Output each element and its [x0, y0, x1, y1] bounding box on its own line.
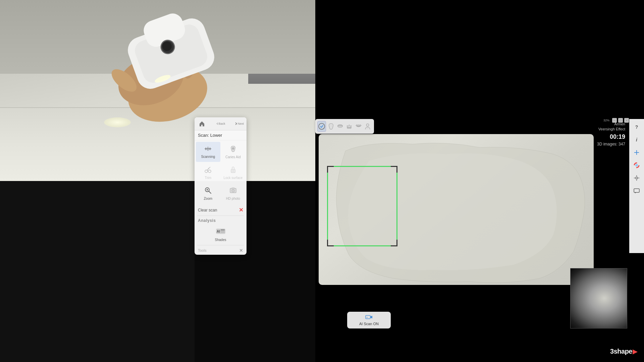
- tool-lock-surface: Lock surface: [221, 163, 246, 183]
- logo-text: 3shape: [610, 348, 632, 355]
- tool-grid: Scanning Caries Aid Trim: [195, 140, 247, 205]
- tools-row: Tools ✕: [195, 246, 247, 255]
- tool-zoom[interactable]: Zoom: [196, 183, 220, 203]
- hd-photo-label: HD photo: [226, 197, 240, 200]
- tools-label: Tools: [198, 248, 207, 252]
- right-sidebar: ? i: [629, 119, 644, 253]
- logo-arrow: ▶: [633, 348, 637, 355]
- back-button[interactable]: Back: [216, 119, 225, 128]
- svg-rect-49: [221, 231, 225, 233]
- shades-label: Shades: [215, 238, 226, 242]
- top-toolbar: [315, 119, 374, 134]
- hd-photo-icon: [229, 187, 237, 195]
- scan-area: [319, 134, 594, 285]
- lock-surface-label: Lock surface: [223, 176, 243, 180]
- right-panel: 32% ─ □ × Armen Veersingh Effect 00:19 3…: [315, 0, 644, 362]
- clear-scan-icon: ✕: [239, 207, 243, 213]
- toolbar-tooth-normal[interactable]: [327, 121, 335, 132]
- ai-scan-icon: AI: [365, 314, 373, 321]
- info-panel: Armen Veersingh Effect 00:19 3D images: …: [588, 119, 628, 149]
- tools-close-icon[interactable]: ✕: [239, 248, 243, 253]
- svg-line-35: [208, 167, 210, 169]
- bottom-left-black: [0, 181, 195, 362]
- clear-scan-label: Clear scan: [198, 208, 217, 213]
- svg-point-22: [635, 164, 638, 167]
- zoom-label: Zoom: [204, 197, 212, 200]
- toolbar-jaw-lower[interactable]: [354, 121, 363, 132]
- trim-label: Trim: [205, 176, 211, 180]
- user-name: Armen: [590, 122, 625, 127]
- images-count: 3D images: 347: [590, 142, 625, 146]
- next-button[interactable]: Next: [234, 119, 244, 128]
- tool-shades[interactable]: AI Shades: [196, 225, 245, 244]
- svg-point-13: [319, 123, 325, 129]
- caries-aid-label: Caries Aid: [225, 155, 241, 159]
- shades-icon: AI: [216, 227, 225, 237]
- sidebar-color-wheel[interactable]: [631, 160, 642, 171]
- tool-scanning[interactable]: Scanning: [196, 142, 220, 162]
- section-divider-2: [197, 245, 244, 245]
- sidebar-plus[interactable]: [631, 147, 642, 158]
- tool-caries-aid[interactable]: Caries Aid: [221, 142, 246, 162]
- svg-rect-14: [347, 127, 351, 128]
- camera-feed: [0, 0, 315, 181]
- sidebar-info[interactable]: i: [631, 134, 642, 145]
- svg-point-18: [366, 124, 369, 126]
- svg-line-39: [209, 191, 211, 193]
- home-button[interactable]: [197, 119, 207, 128]
- logo: 3shape ▶: [610, 348, 637, 355]
- svg-text:AI: AI: [217, 230, 220, 233]
- caries-aid-icon: [229, 145, 237, 154]
- svg-point-37: [232, 170, 233, 171]
- zoom-icon: [204, 187, 212, 195]
- svg-point-11: [162, 42, 172, 51]
- ai-scan-label: AI Scan ON: [359, 322, 379, 326]
- svg-point-16: [358, 125, 359, 126]
- svg-rect-48: [221, 229, 225, 231]
- svg-point-17: [360, 125, 361, 126]
- ai-scan-button[interactable]: AI AI Scan ON: [347, 312, 391, 328]
- svg-rect-45: [232, 188, 234, 189]
- scanning-label: Scanning: [201, 155, 215, 159]
- toolbar-tooth-bite[interactable]: [336, 121, 344, 132]
- svg-rect-36: [231, 169, 235, 173]
- user-subtitle: Veersingh Effect: [590, 127, 625, 132]
- sidebar-help[interactable]: ?: [631, 122, 642, 132]
- svg-point-33: [208, 170, 211, 173]
- lock-surface-icon: [229, 166, 237, 175]
- svg-line-34: [207, 168, 209, 171]
- svg-point-23: [636, 177, 638, 179]
- section-divider: [197, 216, 244, 216]
- panel-nav-header: Back Next: [195, 117, 247, 130]
- scan-preview: [570, 268, 627, 328]
- clear-scan-row[interactable]: Clear scan ✕: [195, 205, 247, 215]
- sidebar-message[interactable]: [631, 185, 642, 196]
- left-panel: Back Next Scan: Lower Scanning: [195, 117, 247, 255]
- svg-rect-24: [634, 189, 639, 192]
- toolbar-scan-check[interactable]: [317, 121, 326, 132]
- trim-icon: [204, 166, 212, 175]
- toolbar-tooth-crown[interactable]: [345, 121, 354, 132]
- scanning-icon: [204, 145, 212, 154]
- top-black: [315, 0, 644, 117]
- timer-label: 00:19: [590, 133, 625, 140]
- tool-hd-photo[interactable]: HD photo: [221, 183, 246, 203]
- svg-point-31: [232, 147, 234, 149]
- toolbar-person[interactable]: [364, 121, 372, 132]
- tool-trim: Trim: [196, 163, 220, 183]
- svg-text:AI: AI: [366, 316, 368, 318]
- svg-point-15: [356, 125, 358, 126]
- svg-point-44: [232, 190, 234, 191]
- svg-point-32: [205, 170, 208, 173]
- sidebar-settings[interactable]: [631, 173, 642, 183]
- analysis-title: Analysis: [195, 217, 247, 225]
- panel-title: Scan: Lower: [195, 130, 247, 140]
